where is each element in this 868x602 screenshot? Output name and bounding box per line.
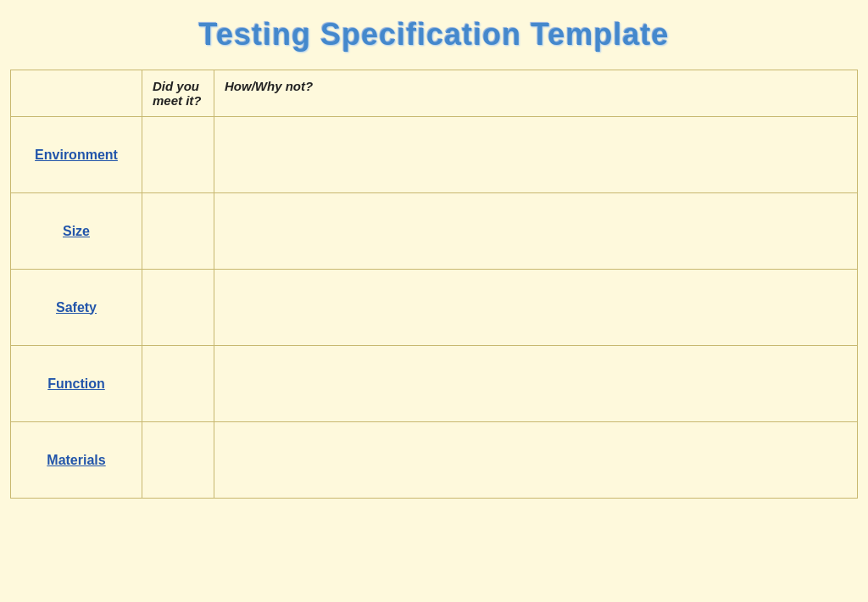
row-how-cell — [214, 346, 858, 422]
header-col-category — [11, 70, 142, 117]
row-label-cell[interactable]: Size — [11, 193, 142, 270]
row-label-cell[interactable]: Safety — [11, 270, 142, 346]
row-meet-cell — [142, 346, 214, 422]
row-label-cell[interactable]: Materials — [11, 422, 142, 499]
row-how-cell — [214, 117, 858, 193]
spec-table: Did you meet it? How/Why not? Environmen… — [10, 70, 858, 499]
row-how-cell — [214, 193, 858, 270]
table-row: Safety — [11, 270, 858, 346]
page-title: Testing Specification Template — [199, 17, 670, 53]
row-meet-cell — [142, 270, 214, 346]
row-meet-cell — [142, 117, 214, 193]
row-meet-cell — [142, 193, 214, 270]
row-how-cell — [214, 422, 858, 499]
table-row: Environment — [11, 117, 858, 193]
row-link-environment[interactable]: Environment — [35, 148, 118, 162]
header-col-meet: Did you meet it? — [142, 70, 214, 117]
row-link-safety[interactable]: Safety — [56, 300, 97, 315]
header-col-how: How/Why not? — [214, 70, 858, 117]
row-how-cell — [214, 270, 858, 346]
row-link-function[interactable]: Function — [47, 376, 105, 391]
row-label-cell[interactable]: Function — [11, 346, 142, 422]
row-link-materials[interactable]: Materials — [47, 453, 105, 467]
row-link-size[interactable]: Size — [63, 224, 90, 238]
table-row: Size — [11, 193, 858, 270]
row-label-cell[interactable]: Environment — [11, 117, 142, 193]
table-row: Materials — [11, 422, 858, 499]
row-meet-cell — [142, 422, 214, 499]
table-row: Function — [11, 346, 858, 422]
